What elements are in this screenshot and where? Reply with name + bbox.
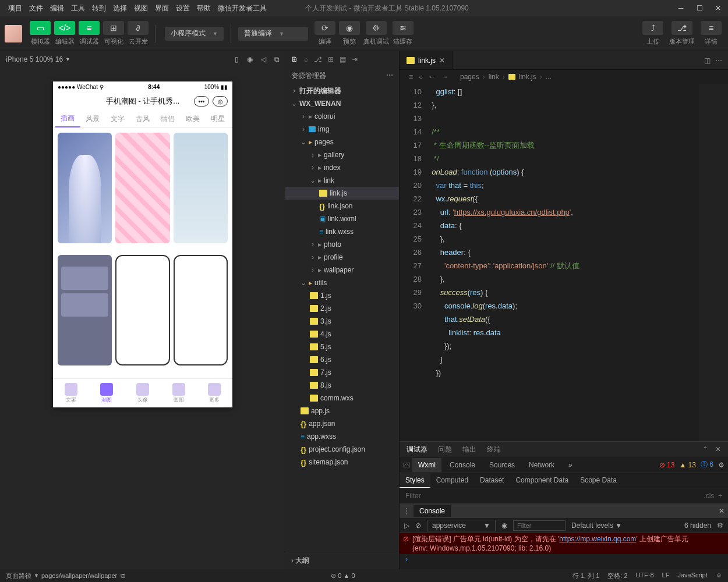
back-icon[interactable]: ← xyxy=(429,73,436,81)
expand-icon[interactable]: ⇥ xyxy=(352,55,358,63)
file-6js[interactable]: 6.js xyxy=(285,353,399,366)
device-icon[interactable]: ▯ xyxy=(235,55,239,63)
dataset-tab[interactable]: Dataset xyxy=(474,473,510,488)
language-mode[interactable]: JavaScript xyxy=(677,572,707,580)
debugger-tab[interactable]: 调试器 xyxy=(407,445,427,455)
console-filter-input[interactable] xyxy=(513,520,566,531)
context-select[interactable]: appservice▼ xyxy=(427,520,496,531)
wallpaper-thumb[interactable] xyxy=(58,255,112,365)
detail-button[interactable]: ≡ xyxy=(701,21,722,35)
console-prompt[interactable]: › xyxy=(400,554,728,565)
project-root[interactable]: ⌄WX_WENAN xyxy=(285,97,399,110)
clear-cache-button[interactable]: ≋ xyxy=(393,21,414,35)
minimap[interactable] xyxy=(699,84,728,441)
file-project-config[interactable]: {}project.config.json xyxy=(285,443,399,456)
file-app-wxss[interactable]: ≡app.wxss xyxy=(285,430,399,443)
problems-tab[interactable]: 问题 xyxy=(438,445,452,455)
tab-couple[interactable]: 情侣 xyxy=(155,111,180,127)
git-icon[interactable]: ⎇ xyxy=(314,55,322,63)
scope-data-tab[interactable]: Scope Data xyxy=(574,473,623,488)
list-icon[interactable]: ≡ xyxy=(409,73,413,81)
tab-text[interactable]: 文字 xyxy=(105,111,130,127)
log-levels-select[interactable]: Default levels ▼ xyxy=(571,521,622,530)
cloud-button[interactable]: ∂ xyxy=(128,21,149,35)
folder-gallery[interactable]: ›▸gallery xyxy=(285,148,399,161)
menu-edit[interactable]: 编辑 xyxy=(47,3,68,13)
folder-utils[interactable]: ⌄▸utils xyxy=(285,276,399,289)
copy-icon[interactable]: ⧉ xyxy=(274,55,280,63)
bookmark-icon[interactable]: ⟐ xyxy=(419,73,423,81)
clear-console-icon[interactable]: ⊘ xyxy=(415,521,421,530)
editor-more-icon[interactable]: ⋯ xyxy=(715,56,722,65)
mute-icon[interactable]: ◁ xyxy=(261,55,266,63)
feedback-icon[interactable]: ☺ xyxy=(716,572,722,580)
compile-mode-select[interactable]: 普通编译▼ xyxy=(238,27,308,41)
nav-set[interactable]: 套图 xyxy=(161,379,197,407)
folder-link[interactable]: ⌄▸link xyxy=(285,174,399,187)
file-app-js[interactable]: app.js xyxy=(285,404,399,417)
nav-avatar[interactable]: 头像 xyxy=(125,379,161,407)
close-drawer-icon[interactable]: ✕ xyxy=(719,507,725,515)
folder-colorui[interactable]: ›▸colorui xyxy=(285,110,399,123)
console-drawer-tab[interactable]: Console xyxy=(414,505,451,517)
files-icon[interactable]: 🗎 xyxy=(291,55,298,63)
wxml-tab[interactable]: Wxml xyxy=(412,458,441,472)
simulator-button[interactable]: ▭ xyxy=(30,21,51,35)
file-4js[interactable]: 4.js xyxy=(285,328,399,340)
tab-western[interactable]: 欧美 xyxy=(180,111,205,127)
encoding[interactable]: UTF-8 xyxy=(635,572,653,580)
cursor-position[interactable]: 行 1, 列 1 xyxy=(572,572,599,580)
code-editor[interactable]: 10 121314 17181920 22 2324252627282930 g… xyxy=(400,84,728,441)
preview-button[interactable]: ◉ xyxy=(339,21,360,35)
tab-illustration[interactable]: 插画 xyxy=(55,111,80,127)
file-2js[interactable]: 2.js xyxy=(285,302,399,315)
file-comm-wxs[interactable]: comm.wxs xyxy=(285,392,399,404)
wallpaper-thumb[interactable] xyxy=(115,255,169,365)
folder-img[interactable]: ›img xyxy=(285,123,399,136)
copy-path-icon[interactable]: ⧉ xyxy=(121,572,125,580)
file-link-js[interactable]: link.js xyxy=(285,187,399,200)
visual-button[interactable]: ⊞ xyxy=(103,21,124,35)
styles-tab[interactable]: Styles xyxy=(400,473,430,488)
split-editor-icon[interactable]: ◫ xyxy=(704,56,711,65)
app-mode-select[interactable]: 小程序模式▼ xyxy=(165,27,224,41)
cls-toggle[interactable]: .cls xyxy=(704,492,714,500)
inspect-icon[interactable]: ⮹ xyxy=(403,461,410,469)
tab-ancient[interactable]: 古风 xyxy=(130,111,156,127)
editor-button[interactable]: </> xyxy=(54,21,75,35)
page-path-label[interactable]: 页面路径 xyxy=(6,572,31,580)
search-icon[interactable]: ⌕ xyxy=(304,55,308,63)
folder-photo[interactable]: ›▸photo xyxy=(285,238,399,251)
console-menu-icon[interactable]: ⋮ xyxy=(403,507,410,515)
run-icon[interactable]: ▤ xyxy=(340,55,346,63)
output-tab[interactable]: 输出 xyxy=(462,445,476,455)
eol[interactable]: LF xyxy=(662,572,670,580)
sources-tab[interactable]: Sources xyxy=(483,458,521,472)
wallpaper-thumb[interactable] xyxy=(58,133,112,243)
device-label[interactable]: iPhone 5 100% 16 xyxy=(6,55,63,63)
menu-help[interactable]: 帮助 xyxy=(193,3,214,13)
code-content[interactable]: gglist: [] }, /** * 生命周期函数--监听页面加载 */ on… xyxy=(427,84,728,441)
menu-ui[interactable]: 界面 xyxy=(151,3,172,13)
capsule-close-icon[interactable]: ◎ xyxy=(213,96,228,107)
nav-wenan[interactable]: 文案 xyxy=(53,379,89,407)
minimize-icon[interactable]: ─ xyxy=(676,3,686,13)
record-icon[interactable]: ◉ xyxy=(247,55,253,63)
outline-section[interactable]: › 大纲 xyxy=(285,552,399,569)
collapse-icon[interactable]: ⌃ xyxy=(702,445,708,453)
avatar[interactable] xyxy=(5,25,22,42)
editor-tab-linkjs[interactable]: link.js✕ xyxy=(400,51,453,69)
terminal-tab[interactable]: 终端 xyxy=(487,445,501,455)
file-8js[interactable]: 8.js xyxy=(285,379,399,392)
folder-pages[interactable]: ⌄▸pages xyxy=(285,136,399,148)
file-3js[interactable]: 3.js xyxy=(285,315,399,328)
file-link-json[interactable]: {}link.json xyxy=(285,200,399,212)
menu-devtools[interactable]: 微信开发者工具 xyxy=(214,3,270,13)
version-button[interactable]: ⎇ xyxy=(672,21,692,35)
file-app-json[interactable]: {}app.json xyxy=(285,417,399,430)
file-link-wxml[interactable]: ▣link.wxml xyxy=(285,212,399,225)
open-editors-section[interactable]: ›打开的编辑器 xyxy=(285,84,399,97)
computed-tab[interactable]: Computed xyxy=(430,473,474,488)
file-1js[interactable]: 1.js xyxy=(285,289,399,302)
settings-icon[interactable]: ⚙ xyxy=(718,461,725,469)
